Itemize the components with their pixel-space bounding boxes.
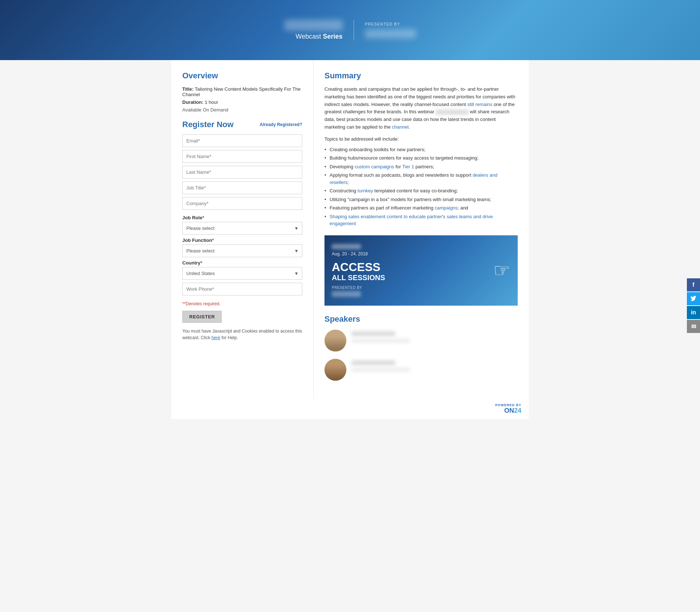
presenter-logo-blurred — [365, 29, 416, 38]
job-role-select[interactable]: Please select — [182, 222, 302, 235]
main-container: Overview Title: Tailoring New Content Mo… — [171, 60, 529, 399]
speaker-info-2 — [351, 359, 410, 372]
twitter-icon — [691, 296, 696, 302]
speakers-title: Speakers — [324, 314, 518, 324]
title-item: Title: Tailoring New Content Models Spec… — [182, 86, 302, 97]
register-button[interactable]: REGISTER — [182, 311, 222, 323]
left-column: Overview Title: Tailoring New Content Mo… — [171, 60, 314, 399]
summary-title: Summary — [324, 71, 518, 81]
twitter-button[interactable] — [687, 292, 700, 305]
speaker-name-blurred — [436, 110, 468, 115]
right-column: Summary Creating assets and campaigns th… — [314, 60, 529, 399]
social-sidebar: f in ✉ — [687, 278, 700, 334]
access-text: ACCESS — [332, 261, 385, 274]
overview-title: Overview — [182, 71, 302, 81]
help-link[interactable]: here — [211, 335, 220, 340]
list-item: Shaping sales enablement content to educ… — [324, 212, 518, 228]
presented-by-label: PRESENTED BY — [365, 22, 416, 26]
linkedin-button[interactable]: in — [687, 306, 700, 319]
list-item: Creating onboarding toolkits for new par… — [324, 145, 518, 154]
speaker-title-1 — [351, 338, 410, 343]
header-left: Webcast Series — [284, 20, 354, 40]
job-role-label: Job Role* — [182, 215, 302, 220]
last-name-field[interactable] — [182, 166, 302, 178]
country-select[interactable]: United States — [182, 267, 302, 280]
speaker-avatar-2 — [324, 359, 346, 381]
register-header: Register Now Already Registered? — [182, 120, 302, 129]
access-banner-left: Aug. 20 - 24, 2018 ACCESS ALL SESSIONS P… — [332, 244, 385, 297]
list-item: Applying format such as podcasts, blogs … — [324, 171, 518, 187]
work-phone-field[interactable] — [182, 283, 302, 295]
speaker-name-2 — [351, 360, 395, 365]
speaker-info-1 — [351, 330, 410, 343]
email-field[interactable] — [182, 134, 302, 147]
speaker-item-2 — [324, 359, 518, 381]
js-notice: You must have Javascript and Cookies ena… — [182, 328, 302, 341]
available-on-demand: Available On Demand — [182, 107, 302, 113]
header-banner: Webcast Series PRESENTED BY — [0, 0, 700, 60]
access-presented: PRESENTED BY — [332, 286, 385, 297]
job-function-label: Job Function* — [182, 238, 302, 243]
topics-list: Creating onboarding toolkits for new par… — [324, 145, 518, 228]
speaker-avatar-1 — [324, 330, 346, 352]
list-item: Constructing turnkey templated content f… — [324, 187, 518, 195]
access-presenter-blurred — [332, 291, 361, 297]
summary-paragraph1: Creating assets and campaigns that can b… — [324, 86, 518, 131]
list-item: Developing custom campaigns for Tier 1 p… — [324, 162, 518, 171]
speaker-title-2 — [351, 368, 410, 372]
list-item: Utilizing "campaign in a box" models for… — [324, 195, 518, 204]
company-field[interactable] — [182, 197, 302, 210]
facebook-button[interactable]: f — [687, 278, 700, 291]
list-item: Featuring partners as part of influencer… — [324, 204, 518, 212]
access-banner: Aug. 20 - 24, 2018 ACCESS ALL SESSIONS P… — [324, 235, 518, 306]
powered-by-label: POWERED BY — [179, 403, 521, 407]
all-sessions-text: ALL SESSIONS — [332, 274, 385, 282]
job-function-select[interactable]: Please select — [182, 244, 302, 257]
country-wrapper: United States ▼ — [182, 267, 302, 280]
duration-item: Duration: 1 hour — [182, 99, 302, 105]
hand-icon: ☞ — [493, 259, 510, 281]
access-presented-label: PRESENTED BY — [332, 286, 362, 290]
job-title-field[interactable] — [182, 181, 302, 194]
email-button[interactable]: ✉ — [687, 320, 700, 333]
logo-blurred — [284, 20, 343, 31]
access-date: Aug. 20 - 24, 2018 — [332, 251, 385, 256]
list-item: Building hubs/resource centers for easy … — [324, 154, 518, 162]
on24-logo: POWERED BY ON24 — [179, 403, 521, 415]
first-name-field[interactable] — [182, 150, 302, 163]
denotes-required: **Denotes required. — [182, 301, 302, 306]
speaker-item-1 — [324, 330, 518, 352]
job-role-wrapper: Please select ▼ — [182, 222, 302, 235]
already-registered-link[interactable]: Already Registered? — [260, 122, 302, 127]
topics-intro: Topics to be addressed will include: — [324, 136, 518, 142]
job-function-wrapper: Please select ▼ — [182, 244, 302, 257]
speaker-name-1 — [351, 331, 395, 336]
country-label: Country* — [182, 260, 302, 266]
banner-title-blurred — [332, 244, 361, 249]
footer: POWERED BY ON24 — [171, 399, 529, 419]
header-right: PRESENTED BY — [354, 22, 416, 38]
webcast-series-label: Webcast Series — [296, 33, 343, 40]
register-title: Register Now — [182, 120, 234, 129]
